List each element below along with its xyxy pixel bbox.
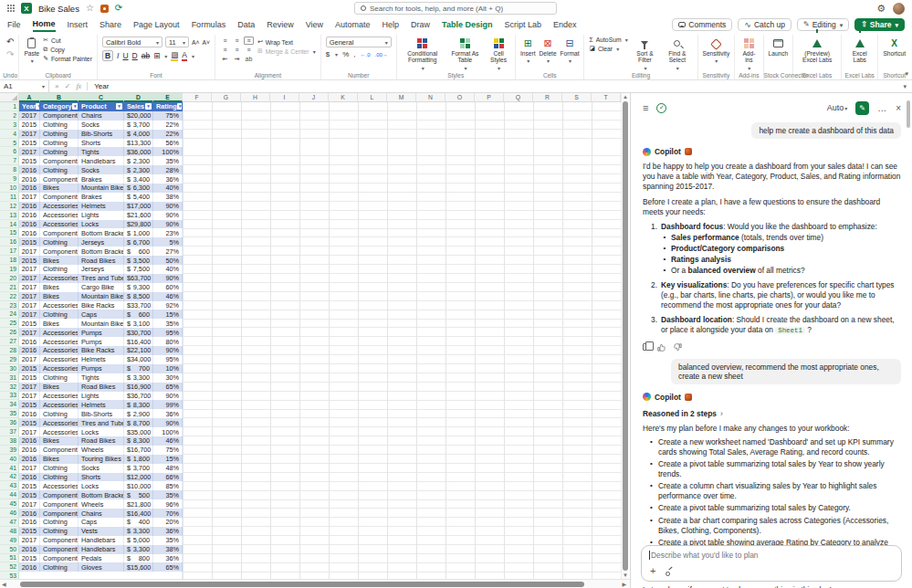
cell[interactable]: $5,000 xyxy=(124,536,153,545)
row-header-2[interactable]: 2 xyxy=(0,111,19,121)
cell[interactable]: Bikes xyxy=(40,455,79,464)
row-header-4[interactable]: 4 xyxy=(0,130,19,139)
scroll-down-icon[interactable]: ▼ xyxy=(622,572,629,578)
comma-style-button[interactable]: , xyxy=(353,50,355,58)
paste-button[interactable]: Paste xyxy=(24,37,39,65)
confirm-entry-icon[interactable]: ✓ xyxy=(65,82,71,90)
cell[interactable]: 2017 xyxy=(19,265,40,274)
copy-button[interactable]: ⧉Copy xyxy=(43,46,92,53)
row-header-52[interactable]: 52 xyxy=(0,562,19,572)
cell[interactable]: $3,700 xyxy=(124,464,153,473)
row-header-39[interactable]: 39 xyxy=(0,446,19,455)
scroll-right-icon[interactable]: ▶ xyxy=(622,581,626,587)
cell[interactable]: 38% xyxy=(153,545,183,554)
row-header-47[interactable]: 47 xyxy=(0,518,19,527)
cell[interactable]: $600 xyxy=(124,310,153,319)
cell[interactable]: 2016 xyxy=(19,174,40,184)
cell[interactable]: Clothing xyxy=(40,165,79,174)
cell[interactable]: Components xyxy=(40,554,79,563)
tab-endex[interactable]: Endex xyxy=(553,18,577,31)
cell[interactable]: 2017 xyxy=(19,283,40,292)
cell[interactable]: Accessories xyxy=(40,220,79,229)
catch-up-button[interactable]: ∿Catch up xyxy=(738,18,791,31)
cell[interactable]: Mountain Bikes xyxy=(79,292,124,301)
cell[interactable]: 2016 xyxy=(19,436,40,446)
cell[interactable]: $3,300 xyxy=(124,527,153,536)
double-underline-button[interactable]: D xyxy=(132,51,138,60)
cell[interactable]: Bikes xyxy=(40,436,79,446)
row-header-14[interactable]: 14 xyxy=(0,220,19,229)
worksheet-grid[interactable]: ABCDEFGHIJKLMNOPQRST 1Year▾Category▾Prod… xyxy=(0,93,630,588)
cell[interactable]: $13,300 xyxy=(124,139,153,148)
cell[interactable]: 2017 xyxy=(19,310,40,319)
row-header-16[interactable]: 16 xyxy=(0,237,19,247)
fill-color-button[interactable]: ▨ xyxy=(171,50,178,61)
cell[interactable]: Accessories xyxy=(40,364,79,373)
decrease-decimal-button[interactable]: .00→ xyxy=(375,52,388,58)
row-header-22[interactable]: 22 xyxy=(0,292,19,301)
cell[interactable]: Tights xyxy=(79,373,124,383)
cell[interactable]: Socks xyxy=(79,165,124,174)
cell[interactable]: $17,000 xyxy=(124,202,153,211)
cell[interactable]: 40% xyxy=(153,265,183,274)
cell[interactable]: Accessories xyxy=(40,211,79,220)
favorite-star-icon[interactable]: ☆ xyxy=(86,4,94,13)
filter-button-category[interactable]: ▾ xyxy=(72,103,79,110)
cell[interactable]: Road Bikes xyxy=(79,256,124,265)
cell[interactable]: $35,000 xyxy=(124,427,153,436)
row-header-50[interactable]: 50 xyxy=(0,545,19,554)
cell[interactable]: 99% xyxy=(153,400,183,409)
cell[interactable]: Accessories xyxy=(40,481,79,490)
cell[interactable]: Clothing xyxy=(40,373,79,383)
cell[interactable]: Bikes xyxy=(40,319,79,328)
row-header-25[interactable]: 25 xyxy=(0,319,19,328)
cell[interactable]: 2016 xyxy=(19,228,40,237)
cell[interactable]: $21,600 xyxy=(124,211,153,220)
cell[interactable]: 90% xyxy=(153,274,183,283)
cell[interactable]: 36% xyxy=(153,554,183,563)
column-header-J[interactable]: J xyxy=(299,93,329,102)
cell[interactable]: 2017 xyxy=(19,392,40,401)
underline-button[interactable]: U xyxy=(122,51,128,60)
cell[interactable]: 60% xyxy=(153,283,183,292)
cell[interactable]: $2,300 xyxy=(124,165,153,174)
tab-help[interactable]: Help xyxy=(383,18,400,31)
format-painter-button[interactable]: ✎Format Painter xyxy=(43,55,92,62)
top-align-button[interactable]: ≡ xyxy=(220,37,230,45)
cell[interactable]: Caps xyxy=(79,518,124,527)
more-options-icon[interactable]: … xyxy=(877,103,887,113)
cell[interactable]: $16,900 xyxy=(124,383,153,392)
cell[interactable]: Locks xyxy=(79,220,124,229)
column-header-K[interactable]: K xyxy=(329,93,358,102)
cell[interactable]: $8,300 xyxy=(124,400,153,409)
cell[interactable]: Accessories xyxy=(40,427,79,436)
shrink-font-button[interactable]: A˅ xyxy=(202,39,210,46)
cell[interactable]: $36,700 xyxy=(124,392,153,401)
cell[interactable]: 65% xyxy=(153,383,183,392)
cell[interactable]: Accessories xyxy=(40,274,79,283)
shortcut-button[interactable]: XShortcut xyxy=(883,37,906,57)
thumbs-up-icon[interactable] xyxy=(657,343,666,352)
row-header-7[interactable]: 7 xyxy=(0,156,19,165)
cell[interactable]: 35% xyxy=(153,490,183,499)
column-header-G[interactable]: G xyxy=(212,93,241,102)
check-circle-icon[interactable]: ✓ xyxy=(656,103,666,113)
filter-button-product[interactable]: ▾ xyxy=(116,103,122,110)
cell[interactable]: Helmets xyxy=(79,202,124,211)
cell[interactable]: $2,300 xyxy=(124,156,153,165)
cell[interactable]: Components xyxy=(40,499,79,509)
cell[interactable]: $1,800 xyxy=(124,455,153,464)
editing-mode-button[interactable]: ✎Editing xyxy=(797,18,849,31)
cell[interactable]: Accessories xyxy=(40,301,79,310)
undo-button[interactable]: ↶ xyxy=(6,37,14,47)
row-header-15[interactable]: 15 xyxy=(0,228,19,237)
font-name-select[interactable]: Calibri Bold xyxy=(102,37,162,47)
italic-button[interactable]: I xyxy=(117,51,119,60)
cell[interactable]: Handlebars xyxy=(79,156,124,165)
cell[interactable]: Tights xyxy=(79,147,124,156)
row-header-27[interactable]: 27 xyxy=(0,337,19,346)
row-header-19[interactable]: 19 xyxy=(0,265,19,274)
close-pane-icon[interactable]: × xyxy=(896,103,901,113)
cell[interactable]: Clothing xyxy=(40,310,79,319)
cell[interactable]: Clothing xyxy=(40,562,79,572)
